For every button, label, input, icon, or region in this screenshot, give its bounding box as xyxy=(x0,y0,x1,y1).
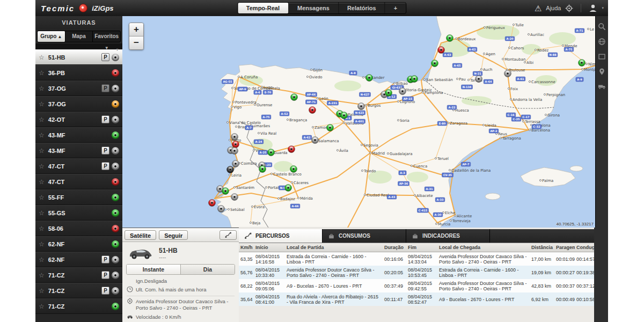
favorite-star-icon[interactable]: ☆ xyxy=(39,163,45,170)
gear-icon[interactable] xyxy=(565,4,573,12)
vehicle-marker-gray[interactable] xyxy=(504,70,511,77)
vehicle-marker-red[interactable] xyxy=(309,107,316,114)
tab-dia[interactable]: Dia xyxy=(180,265,235,274)
favorite-star-icon[interactable]: ☆ xyxy=(39,303,45,310)
vehicle-row-62-nf[interactable]: ☆62-NF xyxy=(35,236,122,252)
favorite-star-icon[interactable]: ☆ xyxy=(39,131,45,139)
favorite-star-icon[interactable]: ☆ xyxy=(39,147,45,155)
zoom-out-button[interactable]: − xyxy=(129,36,143,49)
topbar-tab-tempo-real[interactable]: Tempo-Real xyxy=(238,3,289,13)
route-toggle-button[interactable] xyxy=(219,230,237,240)
topbar-tab-relat-rios[interactable]: Relatórios xyxy=(339,3,385,13)
vehicle-row-71-cz[interactable]: ☆71-CZP xyxy=(35,267,122,283)
sidebar-tab-mapa[interactable]: Mapa xyxy=(65,31,93,42)
vehicle-row-58-06[interactable]: ☆58-06 xyxy=(35,221,122,236)
favorite-star-icon[interactable]: ☆ xyxy=(39,194,45,201)
map-area[interactable]: A CoruñaSantiago de CompostelaLugoPontev… xyxy=(122,16,596,228)
favorite-star-icon[interactable]: ☆ xyxy=(39,287,45,295)
location-pin-icon[interactable] xyxy=(598,68,606,76)
vehicle-marker-gray[interactable] xyxy=(475,76,482,83)
vehicle-marker-red[interactable] xyxy=(209,200,216,207)
vehicle-marker-green[interactable] xyxy=(259,166,266,173)
vehicle-row-71-cz[interactable]: ☆71-CZ xyxy=(35,298,122,314)
column-header[interactable]: Início xyxy=(254,244,285,251)
column-header[interactable]: Km/h xyxy=(239,244,254,251)
topbar-tab-mensagens[interactable]: Mensagens xyxy=(289,3,339,13)
tab-instante[interactable]: Instante xyxy=(127,265,180,274)
vehicle-marker-green[interactable] xyxy=(447,35,453,42)
vehicle-marker-red[interactable] xyxy=(438,47,445,54)
column-header[interactable]: Local de Chegada xyxy=(437,244,530,251)
favorite-star-icon[interactable]: ☆ xyxy=(39,100,45,108)
vehicle-marker-red[interactable] xyxy=(232,141,239,148)
trips-tab-indicadores[interactable]: INDICADORES xyxy=(406,229,490,243)
zoom-in-button[interactable]: + xyxy=(129,23,143,36)
vehicle-marker-green[interactable] xyxy=(268,149,275,156)
column-header[interactable]: Duração xyxy=(383,244,406,251)
trip-row[interactable]: 56,7608/04/2015 10:33:40Avenida Professo… xyxy=(239,266,594,279)
vehicle-marker-green[interactable] xyxy=(222,188,229,195)
trips-tab-percursos[interactable]: PERCURSOS xyxy=(239,229,323,243)
vehicle-row-43-mf[interactable]: ☆43-MF xyxy=(35,127,122,143)
vehicle-marker-gray[interactable] xyxy=(218,206,225,213)
vehicle-marker-red[interactable] xyxy=(288,146,295,153)
favorite-star-icon[interactable]: ☆ xyxy=(39,69,45,77)
favorite-star-icon[interactable]: ☆ xyxy=(39,116,45,123)
search-icon[interactable] xyxy=(598,23,606,31)
truck-icon[interactable] xyxy=(598,83,606,91)
help-label[interactable]: Ajuda xyxy=(546,5,561,11)
vehicle-row-42-ot[interactable]: ☆42-OTP xyxy=(35,112,122,127)
vehicle-row-37-og[interactable]: ☆37-OG xyxy=(35,96,122,112)
vehicle-marker-black[interactable] xyxy=(227,166,234,173)
vehicle-row-47-ct[interactable]: ☆47-CTP xyxy=(35,158,122,174)
favorite-star-icon[interactable]: ☆ xyxy=(39,209,45,217)
favorite-star-icon[interactable]: ☆ xyxy=(39,85,45,92)
vehicle-marker-green[interactable] xyxy=(285,185,292,192)
user-caret-icon[interactable]: ▾ xyxy=(602,6,604,10)
favorite-star-icon[interactable]: ☆ xyxy=(39,272,45,279)
vehicle-row-36-pb[interactable]: ☆36-PB xyxy=(35,65,122,80)
vehicle-row-51-hb[interactable]: ☆51-HBP xyxy=(35,49,122,65)
vehicle-marker-green[interactable] xyxy=(327,125,334,131)
vehicle-row-55-gs[interactable]: ☆55-GS xyxy=(35,205,122,221)
topbar-tab--[interactable]: + xyxy=(385,3,406,13)
favorite-star-icon[interactable]: ☆ xyxy=(39,54,45,61)
alert-warning-icon[interactable]: ⚠ xyxy=(535,4,541,12)
vehicle-marker-green[interactable] xyxy=(411,76,418,83)
vehicle-row-62-nf[interactable]: ☆62-NFP xyxy=(35,252,122,267)
favorite-star-icon[interactable]: ☆ xyxy=(39,178,45,186)
sidebar-tab-favoritos[interactable]: Favoritos ▼ xyxy=(93,31,120,42)
trip-row[interactable]: 35,6408/04/2015 08:41:00Rua do Alviela -… xyxy=(239,292,594,306)
trip-row[interactable]: 63,3508/04/2015 14:16:58Estrada da Corre… xyxy=(239,252,594,266)
column-header[interactable]: Fim xyxy=(406,244,437,251)
sidebar-filter-row[interactable]: ▼ xyxy=(35,43,122,49)
vehicle-marker-green[interactable] xyxy=(431,60,438,67)
column-header[interactable]: Paragem xyxy=(554,244,575,251)
favorite-star-icon[interactable]: ☆ xyxy=(39,240,45,248)
vehicle-marker-green[interactable] xyxy=(579,60,586,67)
column-header[interactable]: Condução xyxy=(575,244,594,251)
globe-icon[interactable] xyxy=(598,38,606,46)
vehicle-marker-green[interactable] xyxy=(366,75,373,82)
rectangle-select-icon[interactable] xyxy=(598,53,606,61)
vehicle-marker-gray[interactable] xyxy=(312,137,319,144)
vehicle-marker-gray[interactable] xyxy=(232,160,239,167)
vehicle-row-47-ct[interactable]: ☆47-CT xyxy=(35,174,122,189)
favorite-star-icon[interactable]: ☆ xyxy=(39,225,45,232)
vehicle-marker-green[interactable] xyxy=(290,166,297,173)
vehicle-marker-green[interactable] xyxy=(385,90,392,97)
column-header[interactable]: Local de Partida xyxy=(285,244,383,251)
trips-tab-consumos[interactable]: CONSUMOS xyxy=(323,229,406,243)
favorite-star-icon[interactable]: ☆ xyxy=(39,256,45,264)
user-icon[interactable] xyxy=(589,4,597,12)
vehicle-marker-gray[interactable] xyxy=(399,88,406,95)
trip-row[interactable]: 68,2208/04/2015 09:05:06A9 - Bucelas - 2… xyxy=(239,279,594,292)
sidebar-tab-grupo[interactable]: Grupo ▲ xyxy=(38,31,65,42)
vehicle-marker-gray[interactable] xyxy=(358,103,365,110)
vehicle-row-37-og[interactable]: ☆37-OGP xyxy=(35,80,122,96)
column-header[interactable]: Distância xyxy=(530,244,554,251)
follow-button[interactable]: Seguir xyxy=(159,230,188,240)
vehicle-row-71-cz[interactable]: ☆71-CZP xyxy=(35,283,122,298)
vehicle-row-55-ff[interactable]: ☆55-FF xyxy=(35,189,122,205)
vehicle-marker-green[interactable] xyxy=(291,94,298,101)
